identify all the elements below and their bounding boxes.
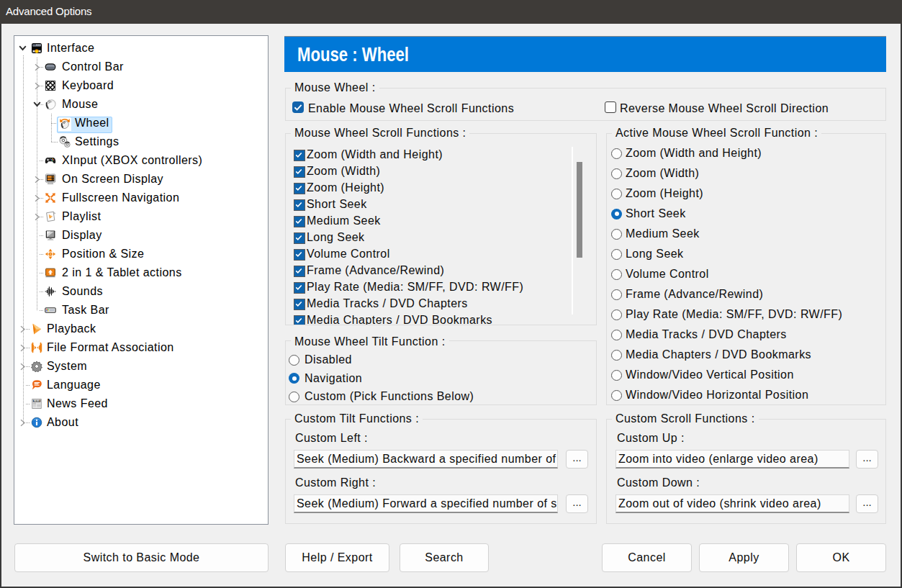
svg-text:NEWS: NEWS <box>34 399 40 402</box>
